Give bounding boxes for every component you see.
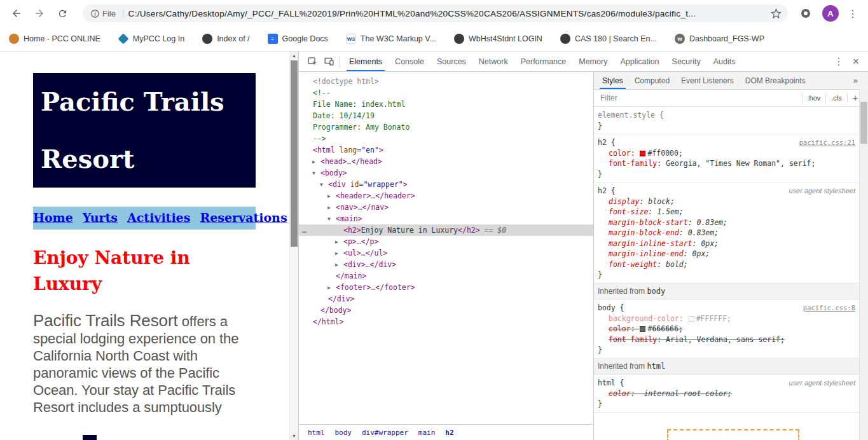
- twisty-open-icon[interactable]: ▼: [320, 179, 323, 191]
- styles-tab-styles[interactable]: Styles: [596, 72, 629, 89]
- bookmark-dashboard-fgs-wp[interactable]: WDashboard_FGS-WP: [675, 34, 764, 44]
- nav-link-home[interactable]: Home: [33, 210, 73, 224]
- tab-console[interactable]: Console: [389, 52, 431, 71]
- tree-node[interactable]: </body>: [299, 305, 593, 316]
- twisty-closed-icon[interactable]: ▶: [335, 248, 338, 259]
- css-declaration[interactable]: font-size: 1.5em;: [598, 207, 855, 217]
- bookmark-google-docs[interactable]: ≡Google Docs: [268, 34, 328, 44]
- twisty-closed-icon[interactable]: ▶: [327, 282, 331, 294]
- tab-audits[interactable]: Audits: [707, 52, 742, 71]
- crumb-main[interactable]: main: [418, 429, 436, 437]
- crumb-html[interactable]: html: [308, 429, 325, 437]
- color-swatch[interactable]: [689, 316, 694, 322]
- tree-node[interactable]: ▼<div id="wrapper">: [299, 179, 593, 190]
- info-icon[interactable]: [90, 9, 100, 18]
- tree-node[interactable]: ▶<head>…</head>: [299, 156, 593, 167]
- tab-sources[interactable]: Sources: [431, 52, 472, 71]
- node-menu-icon[interactable]: …: [302, 224, 306, 236]
- tree-node[interactable]: <html lang="en">: [299, 144, 593, 156]
- color-swatch[interactable]: [640, 151, 645, 156]
- class-toggle[interactable]: .cls: [825, 93, 847, 103]
- bookmark-mypcc-log-in[interactable]: MyPCC Log In: [118, 34, 184, 43]
- tree-node[interactable]: <!--: [299, 87, 593, 99]
- nav-link-activities[interactable]: Activities: [127, 210, 190, 224]
- color-swatch[interactable]: [640, 326, 645, 332]
- bookmark-the-w3c-markup-v[interactable]: W3The W3C Markup V...: [346, 34, 436, 44]
- tree-node[interactable]: Programmer: Amy Bonato: [299, 121, 593, 133]
- tree-node[interactable]: ▼<main>: [299, 213, 593, 224]
- css-declaration[interactable]: background-color: #FFFFFF;: [598, 313, 855, 324]
- forward-icon[interactable]: [31, 4, 48, 22]
- styles-tab-dom-breakpoints[interactable]: DOM Breakpoints: [740, 72, 811, 89]
- overflow-chevron-icon[interactable]: »: [853, 76, 868, 85]
- tab-network[interactable]: Network: [472, 52, 514, 71]
- tree-node[interactable]: ▶<nav>…</nav>: [299, 202, 593, 213]
- nav-link-reservations[interactable]: Reservations: [200, 210, 287, 224]
- css-declaration[interactable]: color: #666666;: [598, 324, 855, 334]
- styles-tab-event-listeners[interactable]: Event Listeners: [675, 72, 740, 89]
- twisty-closed-icon[interactable]: ▶: [312, 156, 315, 168]
- address-bar[interactable]: File | C:/Users/Cathy/Desktop/Amy/_PCC/_…: [83, 4, 788, 22]
- css-declaration[interactable]: color: #ff0000;: [598, 148, 855, 159]
- nav-link-yurts[interactable]: Yurts: [83, 210, 118, 224]
- twisty-closed-icon[interactable]: ▶: [335, 237, 338, 248]
- twisty-closed-icon[interactable]: ▶: [327, 202, 331, 214]
- bookmark-index-of[interactable]: Index of /: [202, 34, 249, 44]
- css-declaration[interactable]: display: block;: [598, 196, 855, 207]
- styles-filter-input[interactable]: [599, 93, 802, 103]
- tree-node[interactable]: File Name: index.html: [299, 99, 593, 110]
- bookmark-star-icon[interactable]: [771, 8, 782, 19]
- tree-node[interactable]: …<h2>Enjoy Nature in Luxury</h2> == $0: [299, 224, 593, 236]
- tree-node[interactable]: </html>: [299, 316, 593, 327]
- device-toolbar-icon[interactable]: [320, 53, 337, 70]
- devtools-close-icon[interactable]: ×: [848, 55, 864, 68]
- css-declaration[interactable]: font-family: Arial, Verdana, sans-serif;: [598, 334, 855, 345]
- inspect-element-icon[interactable]: [304, 53, 320, 70]
- styles-scrollbar[interactable]: [859, 89, 868, 440]
- twisty-open-icon[interactable]: ▼: [327, 214, 331, 225]
- bookmark-wbhst4stdnt-login[interactable]: WbHst4Stdnt LOGIN: [454, 34, 542, 44]
- tree-node[interactable]: <!doctype html>: [299, 76, 593, 87]
- scroll-up-icon[interactable]: ▲: [290, 52, 298, 60]
- tree-node[interactable]: Date: 10/14/19: [299, 110, 593, 121]
- tree-node[interactable]: ▼<body>: [299, 167, 593, 179]
- tab-elements[interactable]: Elements: [343, 52, 389, 71]
- css-declaration[interactable]: margin-block-start: 0.83em;: [598, 217, 855, 228]
- twisty-closed-icon[interactable]: ▶: [335, 259, 338, 271]
- tree-node[interactable]: ▶<header>…</header>: [299, 190, 593, 202]
- tree-node[interactable]: </main>: [299, 270, 593, 282]
- tree-node[interactable]: ▶<div>…</div>: [299, 259, 593, 270]
- browser-menu-icon[interactable]: ⋮: [844, 8, 862, 20]
- twisty-closed-icon[interactable]: ▶: [327, 191, 331, 202]
- tree-node[interactable]: -->: [299, 133, 593, 144]
- tree-node[interactable]: ▶<p>…</p>: [299, 236, 593, 247]
- stylesheet-link[interactable]: pacific.css:21: [799, 137, 855, 148]
- css-declaration[interactable]: margin-inline-end: 0px;: [598, 249, 855, 259]
- twisty-open-icon[interactable]: ▼: [312, 168, 315, 179]
- css-declaration[interactable]: margin-block-end: 0.83em;: [598, 228, 855, 238]
- scrollbar-thumb[interactable]: [291, 60, 298, 247]
- bookmark-cas-180-search-en[interactable]: CAS 180 | Search En...: [560, 34, 657, 44]
- back-icon[interactable]: [8, 4, 25, 22]
- bookmark-home-pcc-online[interactable]: Home - PCC ONLINE: [9, 34, 100, 44]
- crumb-body[interactable]: body: [335, 429, 352, 437]
- scroll-down-icon[interactable]: ▼: [290, 432, 298, 440]
- tab-performance[interactable]: Performance: [514, 52, 573, 71]
- inherited-node-link[interactable]: html: [647, 362, 665, 371]
- tab-memory[interactable]: Memory: [572, 52, 614, 71]
- css-declaration[interactable]: font-weight: bold;: [598, 259, 855, 270]
- pseudo-state-toggle[interactable]: :hov: [802, 93, 826, 103]
- refresh-icon[interactable]: [53, 4, 71, 22]
- tree-node[interactable]: </div>: [299, 293, 593, 305]
- crumb-h2[interactable]: h2: [445, 429, 453, 437]
- page-scrollbar[interactable]: ▲ ▼: [289, 52, 298, 440]
- crumb-div-wrapper[interactable]: div#wrapper: [362, 429, 408, 437]
- tab-security[interactable]: Security: [666, 52, 707, 71]
- tab-application[interactable]: Application: [614, 52, 665, 71]
- inherited-node-link[interactable]: body: [647, 287, 665, 296]
- css-declaration[interactable]: margin-inline-start: 0px;: [598, 238, 855, 249]
- profile-avatar[interactable]: A: [822, 5, 839, 22]
- extension-icon[interactable]: [799, 7, 812, 20]
- stylesheet-link[interactable]: pacific.css:8: [803, 303, 855, 313]
- devtools-more-icon[interactable]: ⋮: [830, 55, 848, 67]
